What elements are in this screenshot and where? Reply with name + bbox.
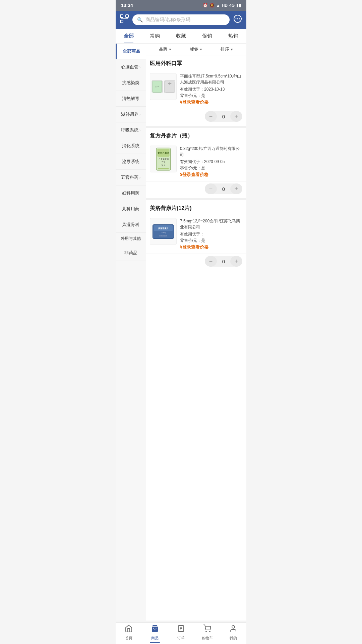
sidebar-title[interactable]: 全部商品 — [116, 44, 146, 59]
sidebar-item-urinary[interactable]: 泌尿系统 — [116, 154, 146, 170]
sidebar-item-fiveorgans[interactable]: 五官科药 › — [116, 170, 146, 185]
tab-all[interactable]: 全部 — [116, 29, 142, 43]
filter-sort[interactable]: 排序 ▼ — [212, 46, 242, 52]
svg-text:meloxicam: meloxicam — [159, 235, 167, 236]
search-placeholder: 商品编码/名称/条形码 — [145, 17, 190, 23]
sidebar-item-digestive[interactable]: 消化系统 — [116, 138, 146, 154]
svg-point-6 — [237, 18, 238, 19]
product-info-2: 0.32g*230片/广西万通制药有限公司 有效期优于：2023-09-05 零… — [180, 146, 242, 178]
product-price-label-3: 零售价/元：是 — [180, 238, 242, 244]
dropdown-arrow: ▼ — [230, 48, 234, 51]
product-price-link-2[interactable]: ¥登录查看价格 — [180, 172, 242, 178]
product-image-1: 口罩 — [150, 73, 177, 100]
qty-decrease-1[interactable]: − — [205, 111, 217, 122]
main-content: 全部商品 心脑血管 › 抗感染类 清热解毒 滋补调养 › 呼吸系统 › 消化系统… — [116, 44, 246, 621]
message-icon[interactable] — [233, 14, 242, 25]
chevron-icon: › — [139, 113, 140, 116]
tab-hot[interactable]: 热销 — [220, 29, 246, 43]
product-expiry-2: 有效期优于：2023-09-05 — [180, 159, 242, 165]
section-title-3: 美洛昔康片(12片) — [146, 200, 246, 215]
sidebar-item-nondrug[interactable]: 非药品 — [116, 245, 146, 261]
product-expiry-1: 有效期优于：2023-10-13 — [180, 87, 242, 92]
tab-bar: 全部 常购 收藏 促销 热销 — [116, 29, 246, 44]
svg-text:7.5mg: 7.5mg — [161, 231, 166, 233]
sidebar-item-gynecology[interactable]: 妇科用药 — [116, 185, 146, 201]
scan-icon[interactable] — [120, 14, 129, 25]
chevron-icon: › — [139, 176, 140, 179]
qty-increase-1[interactable]: + — [230, 111, 242, 122]
product-expiry-3: 有效期优于： — [180, 231, 242, 237]
svg-text:复方丹参片: 复方丹参片 — [158, 152, 170, 155]
product-price-label-2: 零售价/元：是 — [180, 165, 242, 171]
qty-control-2: − 0 + — [205, 183, 242, 194]
product-image-2: 复方丹参片 丹参提取物 三七 冰片 — [150, 146, 177, 172]
tab-promo[interactable]: 促销 — [194, 29, 220, 43]
product-info-3: 7.5mg*12片*200盒/件/江苏飞马药业有限公司 有效期优于： 零售价/元… — [180, 218, 242, 250]
svg-text:冰片: 冰片 — [161, 164, 165, 166]
product-image-3: 美洛昔康片 7.5mg meloxicam — [150, 218, 177, 245]
chevron-icon: › — [139, 128, 140, 132]
svg-point-7 — [239, 18, 240, 19]
sidebar: 全部商品 心脑血管 › 抗感染类 清热解毒 滋补调养 › 呼吸系统 › 消化系统… — [116, 44, 146, 621]
tab-favorites[interactable]: 收藏 — [168, 29, 194, 43]
qty-decrease-2[interactable]: − — [205, 183, 217, 194]
svg-text:三七: 三七 — [161, 161, 165, 163]
tab-frequent[interactable]: 常购 — [142, 29, 168, 43]
svg-text:口罩: 口罩 — [155, 85, 159, 87]
qty-control-1: − 0 + — [205, 111, 242, 122]
product-desc-3: 7.5mg*12片*200盒/件/江苏飞马药业有限公司 — [180, 218, 242, 230]
sidebar-item-respiratory[interactable]: 呼吸系统 › — [116, 122, 146, 138]
dropdown-arrow: ▼ — [199, 48, 203, 51]
qty-value-1: 0 — [217, 114, 230, 119]
sidebar-item-antiinfect[interactable]: 抗感染类 — [116, 75, 146, 91]
sidebar-item-cardio[interactable]: 心脑血管 › — [116, 59, 146, 75]
search-icon: 🔍 — [137, 17, 143, 22]
time: 13:34 — [121, 3, 133, 8]
product-price-link-3[interactable]: ¥登录查看价格 — [180, 244, 242, 250]
svg-point-5 — [236, 18, 237, 19]
filter-brand[interactable]: 品牌 ▼ — [150, 46, 181, 52]
product-list: 品牌 ▼ 标签 ▼ 排序 ▼ 医用外科口罩 口罩 — [146, 44, 246, 621]
filter-tag[interactable]: 标签 ▼ — [181, 46, 212, 52]
chevron-icon: › — [139, 65, 140, 69]
sidebar-item-pediatric[interactable]: 儿科用药 — [116, 201, 146, 217]
qty-value-3: 0 — [217, 259, 230, 264]
product-info-1: 平面挂耳型17.5cm*9.5cm*10片/山东海成医疗用品有限公司 有效期优于… — [180, 73, 242, 105]
section-title-2: 复方丹参片（瓶） — [146, 128, 246, 142]
qty-increase-2[interactable]: + — [230, 183, 242, 194]
svg-rect-21 — [158, 168, 168, 169]
header: 🔍 商品编码/名称/条形码 — [116, 11, 246, 29]
qty-increase-3[interactable]: + — [230, 256, 242, 267]
product-block-2: 复方丹参片（瓶） 复方丹参片 丹参提取物 三七 冰片 0.32g*230片/广西… — [146, 128, 246, 198]
filter-bar: 品牌 ▼ 标签 ▼ 排序 ▼ — [146, 44, 246, 55]
sidebar-item-external[interactable]: 外用与其他 — [116, 233, 146, 245]
qty-control-row-3: − 0 + — [146, 254, 246, 271]
qty-decrease-3[interactable]: − — [205, 256, 217, 267]
svg-text:丹参提取物: 丹参提取物 — [158, 158, 168, 160]
svg-text:美洛昔康片: 美洛昔康片 — [158, 227, 169, 229]
dropdown-arrow: ▼ — [169, 48, 172, 51]
sidebar-item-clearheat[interactable]: 清热解毒 — [116, 91, 146, 107]
product-card-2: 复方丹参片 丹参提取物 三七 冰片 0.32g*230片/广西万通制药有限公司 … — [146, 142, 246, 181]
section-title-1: 医用外科口罩 — [146, 55, 246, 70]
sidebar-item-rheumatism[interactable]: 风湿骨科 — [116, 217, 146, 233]
qty-control-3: − 0 + — [205, 256, 242, 267]
qty-value-2: 0 — [217, 186, 230, 192]
svg-rect-1 — [126, 15, 128, 17]
product-desc-1: 平面挂耳型17.5cm*9.5cm*10片/山东海成医疗用品有限公司 — [180, 73, 242, 85]
svg-rect-2 — [120, 20, 123, 23]
product-price-link-1[interactable]: ¥登录查看价格 — [180, 99, 242, 105]
product-block-1: 医用外科口罩 口罩 平面挂耳型17.5cm*9.5cm*10片 — [146, 55, 246, 126]
status-icons: ⏰ 🔕 ▲ HD 4G ▮▮ — [203, 3, 241, 8]
svg-rect-0 — [120, 15, 123, 17]
product-price-label-1: 零售价/元：是 — [180, 93, 242, 99]
status-bar: 13:34 ⏰ 🔕 ▲ HD 4G ▮▮ — [116, 0, 246, 11]
sidebar-item-nourish[interactable]: 滋补调养 › — [116, 107, 146, 122]
product-card-3: 美洛昔康片 7.5mg meloxicam 7.5mg*12片*200盒/件/江… — [146, 215, 246, 254]
qty-control-row-2: − 0 + — [146, 181, 246, 198]
qty-control-row-1: − 0 + — [146, 109, 246, 126]
product-block-3: 美洛昔康片(12片) 美洛昔康片 7.5mg meloxicam 7.5mg*1… — [146, 200, 246, 271]
product-desc-2: 0.32g*230片/广西万通制药有限公司 — [180, 146, 242, 158]
search-bar[interactable]: 🔍 商品编码/名称/条形码 — [132, 14, 230, 25]
product-card-1: 口罩 平面挂耳型17.5cm*9.5cm*10片/山东海成医疗用品有限公司 有效… — [146, 70, 246, 109]
